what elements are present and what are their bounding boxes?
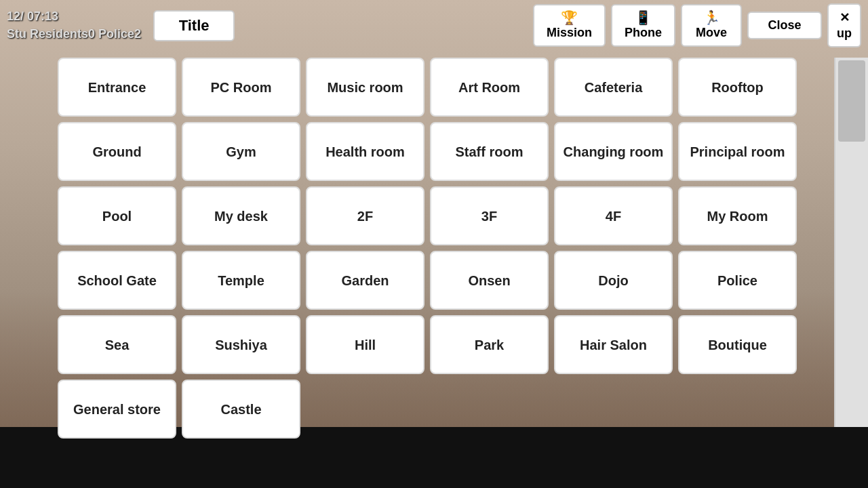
location-button-34 <box>554 380 673 439</box>
title-button[interactable]: Title <box>153 10 235 41</box>
phone-icon: 📱 <box>635 11 652 24</box>
location-button-music-room[interactable]: Music room <box>306 58 425 117</box>
mission-button[interactable]: 🏆 Mission <box>533 4 606 47</box>
location-button-35 <box>678 380 797 439</box>
location-button-changing-room[interactable]: Changing room <box>554 122 673 181</box>
location-button-sushiya[interactable]: Sushiya <box>182 315 300 374</box>
location-button-onsen[interactable]: Onsen <box>430 251 549 310</box>
location-button-sea[interactable]: Sea <box>58 315 176 374</box>
location-button-temple[interactable]: Temple <box>182 251 300 310</box>
location-button-principal-room[interactable]: Principal room <box>678 122 797 181</box>
hud-info: 12/ 07:13 Stu Residents0 Police2 <box>7 8 141 42</box>
status-display: Residents0 Police2 <box>30 27 141 41</box>
location-button-4f[interactable]: 4F <box>554 186 673 245</box>
location-button-32 <box>306 380 425 439</box>
location-button-park[interactable]: Park <box>430 315 549 374</box>
location-button-ground[interactable]: Ground <box>58 122 176 181</box>
location-button-general-store[interactable]: General store <box>58 380 176 439</box>
location-button-art-room[interactable]: Art Room <box>430 58 549 117</box>
close-button[interactable]: Close <box>747 12 822 39</box>
location-button-2f[interactable]: 2F <box>306 186 425 245</box>
top-bar: 12/ 07:13 Stu Residents0 Police2 Title 🏆… <box>0 0 868 51</box>
location-button-entrance[interactable]: Entrance <box>58 58 176 117</box>
phone-button[interactable]: 📱 Phone <box>611 4 675 47</box>
up-button[interactable]: ✕ up <box>827 3 861 47</box>
location-button-cafeteria[interactable]: Cafeteria <box>554 58 673 117</box>
location-panel: EntrancePC RoomMusic roomArt RoomCafeter… <box>58 58 868 427</box>
location-button-castle[interactable]: Castle <box>182 380 300 439</box>
up-label: up <box>837 26 852 41</box>
move-label: Move <box>696 26 727 40</box>
time-display: 07:13 <box>27 9 58 23</box>
location-button-school-gate[interactable]: School Gate <box>58 251 176 310</box>
location-button-my-desk[interactable]: My desk <box>182 186 300 245</box>
move-icon: 🏃 <box>703 11 720 24</box>
location-button-rooftop[interactable]: Rooftop <box>678 58 797 117</box>
location-button-hill[interactable]: Hill <box>306 315 425 374</box>
location-button-police[interactable]: Police <box>678 251 797 310</box>
location-button-hair-salon[interactable]: Hair Salon <box>554 315 673 374</box>
location-button-health-room[interactable]: Health room <box>306 122 425 181</box>
location-button-gym[interactable]: Gym <box>182 122 300 181</box>
location-button-my-room[interactable]: My Room <box>678 186 797 245</box>
mission-icon: 🏆 <box>561 11 578 24</box>
location-button-pc-room[interactable]: PC Room <box>182 58 300 117</box>
location-button-pool[interactable]: Pool <box>58 186 176 245</box>
location-button-boutique[interactable]: Boutique <box>678 315 797 374</box>
location-button-3f[interactable]: 3F <box>430 186 549 245</box>
study-display: Stu <box>7 27 26 41</box>
day-display: 12/ <box>7 9 24 23</box>
move-button[interactable]: 🏃 Move <box>681 4 742 47</box>
x-icon: ✕ <box>840 10 850 25</box>
mission-label: Mission <box>547 26 592 40</box>
location-button-garden[interactable]: Garden <box>306 251 425 310</box>
location-button-33 <box>430 380 549 439</box>
location-button-staff-room[interactable]: Staff room <box>430 122 549 181</box>
location-button-dojo[interactable]: Dojo <box>554 251 673 310</box>
phone-label: Phone <box>625 26 662 40</box>
location-grid: EntrancePC RoomMusic roomArt RoomCafeter… <box>58 58 797 427</box>
